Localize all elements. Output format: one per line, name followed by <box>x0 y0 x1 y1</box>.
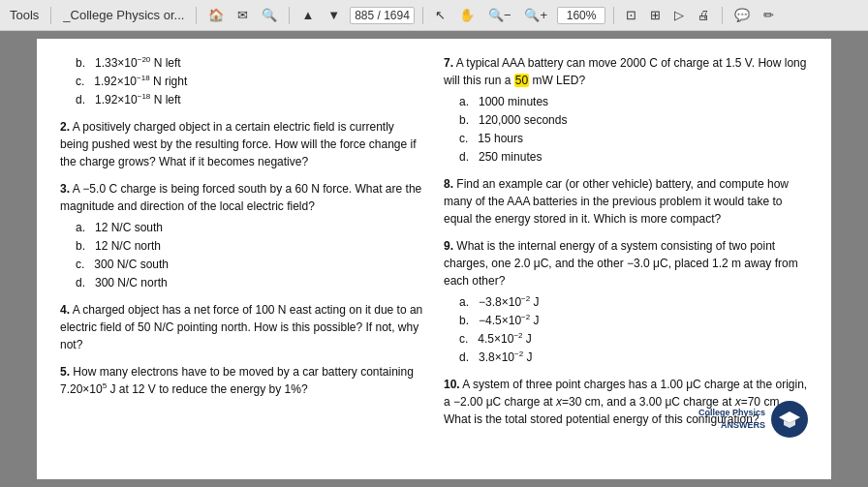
comment[interactable]: 💬 <box>730 6 754 24</box>
q3-c: c. 300 N/C south <box>76 256 424 273</box>
q9-text: 9. What is the internal energy of a syst… <box>444 237 808 289</box>
logo-line1: College Physics <box>698 407 765 420</box>
q7-d: d. 250 minutes <box>459 148 808 166</box>
tab-label[interactable]: _College Physics or... <box>59 6 188 24</box>
q9-d: d. 3.8×10−2 J <box>459 349 808 366</box>
main-area: b. 1.33×10−20 N left c. 1.92×10−18 N rig… <box>0 31 868 487</box>
fit-width[interactable]: ⊞ <box>646 6 665 24</box>
q7-c: c. 15 hours <box>459 130 808 147</box>
q4-text: 4. A charged object has a net force of 1… <box>60 301 424 353</box>
question-2: 2. A positively charged object in a cert… <box>60 118 424 170</box>
q5-text: 5. How many electrons have to be moved b… <box>60 363 424 398</box>
zoom-in[interactable]: 🔍+ <box>520 6 551 24</box>
print[interactable]: 🖨 <box>694 6 714 24</box>
question-3: 3. A −5.0 C charge is being forced south… <box>60 180 424 291</box>
fit-page[interactable]: ⊡ <box>622 6 640 24</box>
separator-4 <box>422 7 423 24</box>
pdf-viewer[interactable]: b. 1.33×10−20 N left c. 1.92×10−18 N rig… <box>0 31 868 487</box>
nav-email[interactable]: ✉ <box>233 6 252 24</box>
separator-5 <box>613 7 614 24</box>
question-4: 4. A charged object has a net force of 1… <box>60 301 424 353</box>
zoom-out[interactable]: 🔍− <box>484 6 515 24</box>
q1-b: b. 1.33×10−20 N left <box>76 54 424 72</box>
q3-text: 3. A −5.0 C charge is being forced south… <box>60 180 424 215</box>
separator-1 <box>50 7 51 24</box>
q9-b: b. −4.5×10−2 J <box>459 312 808 329</box>
q3-options: a. 12 N/C south b. 12 N/C north c. 300 N… <box>76 219 424 291</box>
q2-text: 2. A positively charged object in a cert… <box>60 118 424 170</box>
q9-a: a. −3.8×10−2 J <box>459 293 808 311</box>
cursor-tool[interactable]: ↖ <box>431 6 450 24</box>
draw[interactable]: ✏ <box>760 6 778 24</box>
graduation-cap-icon <box>779 409 800 430</box>
svg-marker-0 <box>779 411 800 423</box>
q1-c: c. 1.92×10−18 N right <box>76 73 424 90</box>
q1-d: d. 1.92×10−18 N left <box>76 91 424 108</box>
page-number: 885 / 1694 <box>350 7 415 24</box>
tools-menu[interactable]: Tools <box>6 6 43 24</box>
separator-2 <box>196 7 197 24</box>
presentation[interactable]: ▷ <box>670 6 688 24</box>
separator-3 <box>289 7 290 24</box>
logo-line2: ANSWERS <box>698 419 765 433</box>
q7-text: 7. A typical AAA battery can move 2000 C… <box>444 54 808 89</box>
nav-search[interactable]: 🔍 <box>258 6 281 24</box>
q9-options: a. −3.8×10−2 J b. −4.5×10−2 J c. 4.5×10−… <box>459 293 808 366</box>
q7-b: b. 120,000 seconds <box>459 111 808 129</box>
left-column: b. 1.33×10−20 N left c. 1.92×10−18 N rig… <box>60 54 424 438</box>
logo-area: College Physics ANSWERS <box>698 401 808 438</box>
logo-text: College Physics ANSWERS <box>698 407 765 433</box>
next-page[interactable]: ▼ <box>324 6 344 24</box>
page-content: b. 1.33×10−20 N left c. 1.92×10−18 N rig… <box>37 39 831 479</box>
q3-b: b. 12 N/C north <box>76 237 424 255</box>
highlight-text: 50 <box>514 74 529 87</box>
hand-tool[interactable]: ✋ <box>455 6 479 24</box>
toolbar: Tools _College Physics or... 🏠 ✉ 🔍 ▲ ▼ 8… <box>0 0 868 31</box>
q8-text: 8. Find an example car (or other vehicle… <box>444 175 808 228</box>
two-column-layout: b. 1.33×10−20 N left c. 1.92×10−18 N rig… <box>60 54 808 438</box>
question-5: 5. How many electrons have to be moved b… <box>60 363 424 398</box>
question-9: 9. What is the internal energy of a syst… <box>444 237 808 366</box>
q3-d: d. 300 N/C north <box>76 274 424 291</box>
zoom-level[interactable]: 160% <box>557 7 605 24</box>
nav-home[interactable]: 🏠 <box>204 6 228 24</box>
right-column: 7. A typical AAA battery can move 2000 C… <box>444 54 808 438</box>
q7-a: a. 1000 minutes <box>459 93 808 110</box>
separator-6 <box>722 7 723 24</box>
question-8: 8. Find an example car (or other vehicle… <box>444 175 808 228</box>
q3-a: a. 12 N/C south <box>76 219 424 236</box>
q9-c: c. 4.5×10−2 J <box>459 330 808 348</box>
question-1-options: b. 1.33×10−20 N left c. 1.92×10−18 N rig… <box>60 54 424 108</box>
q7-options: a. 1000 minutes b. 120,000 seconds c. 15… <box>459 93 808 166</box>
prev-page[interactable]: ▲ <box>297 6 318 24</box>
q1-options: b. 1.33×10−20 N left c. 1.92×10−18 N rig… <box>76 54 424 108</box>
logo-icon <box>771 401 808 438</box>
question-7: 7. A typical AAA battery can move 2000 C… <box>444 54 808 166</box>
